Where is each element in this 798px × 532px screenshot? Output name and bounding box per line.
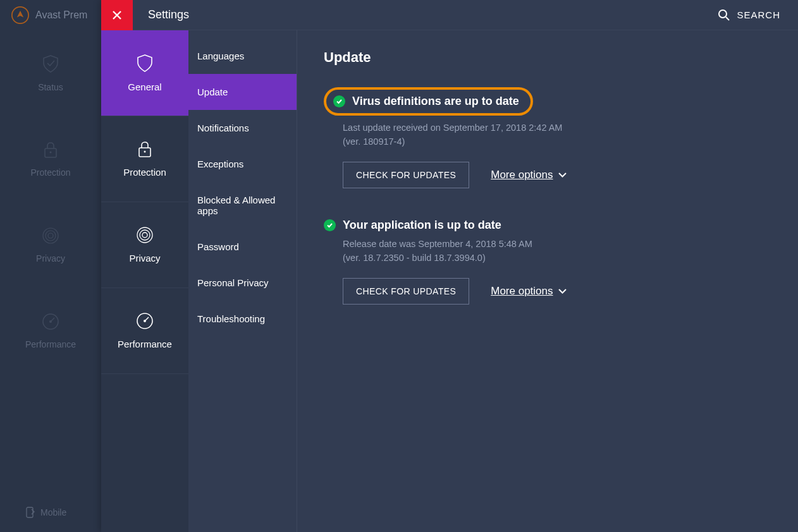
- search-button[interactable]: SEARCH: [718, 9, 780, 21]
- virus-status-heading: Virus definitions are up to date: [352, 95, 519, 108]
- tab-protection[interactable]: Protection: [101, 116, 188, 202]
- lock-icon: [137, 140, 152, 158]
- svg-point-14: [142, 233, 147, 238]
- mobile-icon: [25, 507, 35, 518]
- tab-privacy[interactable]: Privacy: [101, 202, 188, 288]
- svg-point-4: [46, 231, 56, 241]
- bg-sidebar: Status Protection Privacy Performance: [0, 30, 101, 532]
- svg-point-9: [719, 10, 727, 18]
- page-title: Update: [324, 49, 771, 66]
- sub-item-notifications[interactable]: Notifications: [188, 110, 297, 146]
- chevron-down-icon: [558, 289, 567, 294]
- shield-icon: [42, 54, 59, 73]
- sub-item-personal-privacy[interactable]: Personal Privacy: [188, 265, 297, 301]
- virus-check-updates-button[interactable]: CHECK FOR UPDATES: [343, 162, 469, 188]
- lock-icon: [43, 141, 58, 159]
- bg-mobile-link: Mobile: [25, 507, 66, 518]
- virus-definitions-block: Virus definitions are up to date Last up…: [324, 87, 771, 188]
- sub-item-blocked-apps[interactable]: Blocked & Allowed apps: [188, 182, 297, 229]
- bg-nav-performance: Performance: [0, 288, 101, 374]
- main-tabs: General Protection Privacy Performance: [101, 30, 188, 532]
- svg-point-16: [144, 320, 146, 322]
- svg-point-7: [49, 320, 52, 323]
- chevron-down-icon: [558, 172, 567, 178]
- close-button[interactable]: [101, 0, 133, 30]
- virus-more-options-link[interactable]: More options: [491, 169, 566, 181]
- highlight-callout: Virus definitions are up to date: [324, 87, 533, 116]
- close-icon: [112, 10, 122, 20]
- sub-item-exceptions[interactable]: Exceptions: [188, 146, 297, 182]
- tab-general[interactable]: General: [101, 30, 188, 116]
- svg-point-5: [48, 233, 53, 238]
- bg-nav-privacy: Privacy: [0, 202, 101, 288]
- svg-point-11: [144, 151, 146, 153]
- fingerprint-icon: [136, 226, 154, 244]
- gauge-icon: [136, 312, 154, 330]
- app-check-updates-button[interactable]: CHECK FOR UPDATES: [343, 278, 469, 305]
- search-icon: [718, 9, 730, 21]
- svg-rect-8: [27, 507, 33, 517]
- sub-item-languages[interactable]: Languages: [188, 38, 297, 74]
- avast-logo-icon: [11, 6, 29, 24]
- sub-item-troubleshooting[interactable]: Troubleshooting: [188, 301, 297, 337]
- virus-action-row: CHECK FOR UPDATES More options: [343, 162, 771, 188]
- shield-icon: [137, 54, 153, 73]
- tab-performance[interactable]: Performance: [101, 288, 188, 374]
- content-pane: Update Virus definitions are up to date …: [297, 30, 798, 532]
- app-action-row: CHECK FOR UPDATES More options: [343, 278, 771, 305]
- settings-panel: Settings SEARCH General Protection Priva…: [101, 0, 798, 532]
- app-more-options-link[interactable]: More options: [491, 285, 566, 298]
- virus-status-sub: Last update received on September 17, 20…: [343, 121, 771, 149]
- settings-body: General Protection Privacy Performance L…: [101, 30, 798, 532]
- application-block: Your application is up to date Release d…: [324, 219, 771, 305]
- sub-item-password[interactable]: Password: [188, 229, 297, 265]
- sub-item-update[interactable]: Update: [188, 74, 297, 110]
- bg-app-title: Avast Prem: [35, 9, 87, 21]
- settings-header: Settings SEARCH: [101, 0, 798, 30]
- svg-point-13: [140, 230, 150, 240]
- app-status-heading: Your application is up to date: [343, 219, 501, 232]
- settings-title: Settings: [148, 8, 718, 21]
- bg-nav-protection: Protection: [0, 116, 101, 202]
- app-status-sub: Release date was September 4, 2018 5:48 …: [343, 237, 771, 265]
- gauge-icon: [42, 313, 59, 330]
- search-label: SEARCH: [737, 9, 780, 20]
- fingerprint-icon: [42, 227, 59, 245]
- check-ok-icon: [324, 219, 336, 231]
- check-ok-icon: [333, 95, 345, 107]
- sub-nav: Languages Update Notifications Exception…: [188, 30, 297, 532]
- svg-point-2: [50, 152, 52, 154]
- bg-nav-status: Status: [0, 30, 101, 116]
